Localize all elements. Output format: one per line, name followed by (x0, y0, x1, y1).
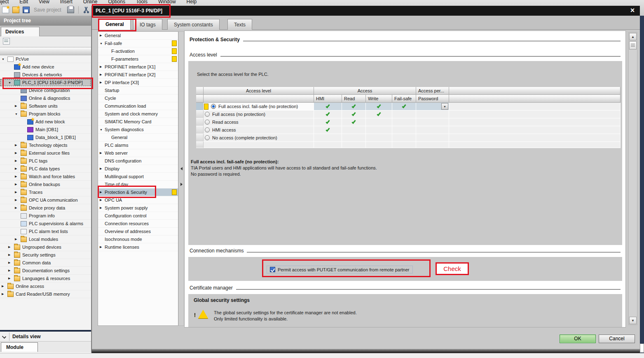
tree-item-languages-resources[interactable]: ▶Languages & resources (0, 275, 91, 283)
nav-splitter[interactable] (178, 31, 184, 326)
expander-icon[interactable]: ▶ (8, 245, 14, 249)
print-icon[interactable] (67, 7, 74, 13)
tree-item-security-settings[interactable]: ▶Security settings (0, 251, 91, 259)
properties-nav-cycle[interactable]: Cycle (98, 94, 178, 102)
expander-icon[interactable]: ▼ (100, 42, 105, 45)
expander-icon[interactable]: ▶ (2, 292, 7, 296)
close-icon[interactable]: × (627, 6, 638, 15)
expander-icon[interactable]: ▶ (15, 144, 21, 147)
properties-nav-isochronous-mode[interactable]: Isochronous mode (98, 236, 178, 243)
new-project-icon[interactable] (2, 7, 9, 13)
access-level-radio[interactable] (205, 120, 210, 125)
menu-help[interactable]: Help (187, 0, 197, 5)
tree-item-technology-objects[interactable]: ▶Technology objects (0, 141, 91, 149)
expander-icon[interactable]: ▶ (15, 151, 21, 155)
collapse-left-icon[interactable] (180, 167, 183, 170)
properties-nav-f-parameters[interactable]: F-parameters (98, 55, 178, 63)
expander-icon[interactable]: ▶ (100, 198, 105, 202)
access-level-cell[interactable]: HMI access (204, 126, 314, 134)
properties-nav-runtime-licenses[interactable]: ▶Runtime licenses (98, 243, 178, 251)
tree-item-plc-data-types[interactable]: ▶PLC data types (0, 165, 91, 173)
collapse-right-icon[interactable] (180, 183, 183, 186)
access-level-cell[interactable]: No access (complete protection) (204, 134, 314, 142)
scroll-up-icon[interactable]: ▲ (629, 33, 637, 40)
expander-icon[interactable]: ▶ (15, 175, 21, 178)
chevron-down-icon[interactable] (2, 334, 6, 339)
menu-project[interactable]: Project (0, 0, 9, 5)
expander-icon[interactable]: ▶ (15, 183, 21, 186)
scrollbar-thumb[interactable] (629, 41, 637, 49)
properties-nav-general[interactable]: ▶General (98, 32, 178, 40)
expander-icon[interactable]: ▶ (100, 73, 105, 76)
access-level-radio[interactable] (205, 135, 210, 140)
tab-devices[interactable]: Devices (1, 27, 40, 36)
properties-nav-communication-load[interactable]: Communication load (98, 102, 178, 110)
properties-nav-dp-interface-x3[interactable]: ▶DP interface [X3] (98, 79, 178, 87)
expander-icon[interactable]: ▶ (100, 65, 105, 68)
expander-icon[interactable]: ▶ (8, 253, 14, 257)
access-level-radio[interactable] (205, 127, 210, 132)
expander-icon[interactable]: ▶ (100, 34, 105, 37)
open-project-icon[interactable] (12, 7, 19, 13)
access-level-cell[interactable]: Read access (204, 118, 314, 126)
properties-nav-configuration-control[interactable]: Configuration control (98, 212, 178, 220)
tree-item-online-access[interactable]: ▶Online access (0, 283, 91, 290)
tree-item-program-blocks[interactable]: ▼Program blocks (0, 110, 91, 118)
properties-nav-general[interactable]: General (98, 134, 178, 141)
properties-nav-f-activation[interactable]: F-activation (98, 47, 178, 55)
tab-module[interactable]: Module (1, 342, 38, 352)
expander-icon[interactable]: ▼ (2, 58, 7, 61)
tree-item-add-new-block[interactable]: Add new block (0, 118, 91, 126)
expander-icon[interactable]: ▶ (15, 167, 21, 170)
properties-nav-fail-safe[interactable]: ▼Fail-safe (98, 40, 178, 47)
content-scrollbar[interactable]: ▲ ▼ (628, 32, 637, 325)
properties-nav-profinet-interface-x1[interactable]: ▶PROFINET interface [X1] (98, 63, 178, 71)
menu-edit[interactable]: Edit (19, 0, 28, 5)
tree-item-online-backups[interactable]: ▶Online backups (0, 181, 91, 188)
tree-item-online-diagnostics[interactable]: Online & diagnostics (0, 94, 91, 102)
expander-icon[interactable]: ▶ (15, 104, 21, 108)
properties-nav-startup[interactable]: Startup (98, 87, 178, 94)
tree-item-local-modules[interactable]: ▶Local modules (0, 236, 91, 243)
expander-icon[interactable]: ▶ (100, 206, 105, 210)
tree-item-plc-supervisions-alarms[interactable]: PLC supervisions & alarms (0, 220, 91, 228)
tree-item-external-source-files[interactable]: ▶External source files (0, 149, 91, 157)
expander-icon[interactable]: ▶ (15, 159, 21, 163)
expander-icon[interactable]: ▼ (15, 113, 21, 115)
expander-icon[interactable]: ▶ (8, 277, 14, 280)
properties-nav-simatic-memory-card[interactable]: SIMATIC Memory Card (98, 118, 178, 126)
expander-icon[interactable]: ▶ (15, 191, 21, 194)
tree-item-plc-tags[interactable]: ▶PLC tags (0, 157, 91, 165)
tree-item-documentation-settings[interactable]: ▶Documentation settings (0, 267, 91, 275)
dialog-tab-system-constants[interactable]: System constants (167, 19, 220, 30)
ok-button[interactable]: OK (560, 334, 596, 343)
expander-icon[interactable]: ▶ (15, 206, 21, 210)
tree-item-opc-ua-communication[interactable]: ▶OPC UA communication (0, 196, 91, 204)
access-level-cell[interactable]: Full access (no protection) (204, 111, 314, 118)
tree-item-software-units[interactable]: ▶Software units (0, 102, 91, 110)
tree-item-program-info[interactable]: Program info (0, 212, 91, 220)
properties-nav-overview-of-addresses[interactable]: Overview of addresses (98, 228, 178, 236)
properties-nav-plc-alarms[interactable]: PLC alarms (98, 141, 178, 149)
properties-nav-multilingual-support[interactable]: Multilingual support (98, 173, 178, 181)
properties-nav-connection-resources[interactable]: Connection resources (98, 220, 178, 228)
expander-icon[interactable]: ▶ (8, 269, 14, 272)
dialog-titlebar[interactable]: PLC_1 [CPU 1516F-3 PN/DP] × (92, 6, 640, 16)
expander-icon[interactable]: ▶ (15, 238, 21, 241)
cancel-button[interactable]: Cancel (599, 334, 635, 343)
properties-nav-display[interactable]: ▶Display (98, 165, 178, 173)
properties-nav-system-and-clock-memory[interactable]: System and clock memory (98, 110, 178, 118)
tree-item-watch-and-force-tables[interactable]: ▶Watch and force tables (0, 173, 91, 181)
dialog-tab-texts[interactable]: Texts (227, 19, 252, 30)
password-dropdown-icon[interactable]: ▼ (441, 103, 448, 110)
tree-item-data-block-1-db1[interactable]: Data_block_1 [DB1] (0, 134, 91, 141)
access-level-cell[interactable]: Full access incl. fail-safe (no protecti… (204, 103, 314, 111)
tree-item-device-proxy-data[interactable]: ▶Device proxy data (0, 204, 91, 212)
tree-item-traces[interactable]: ▶Traces (0, 188, 91, 196)
expander-icon[interactable]: ▶ (100, 245, 105, 249)
save-project-label[interactable]: Save project (34, 7, 61, 13)
menu-view[interactable]: View (39, 0, 49, 5)
properties-nav-web-server[interactable]: ▶Web server (98, 149, 178, 157)
dialog-tab-io-tags[interactable]: IO tags (133, 19, 162, 30)
tree-item-pcvue[interactable]: ▼PcVue (0, 55, 91, 63)
